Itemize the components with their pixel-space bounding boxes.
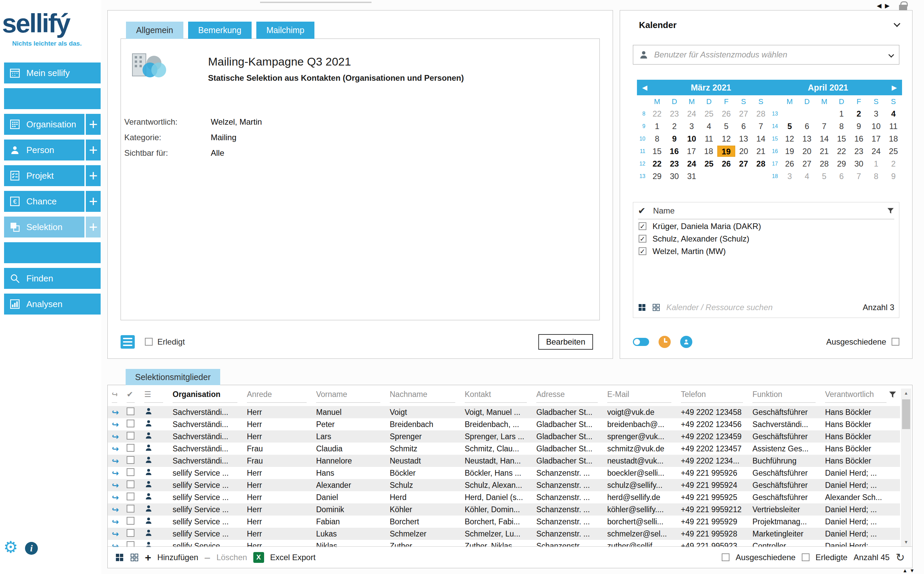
row-checkbox[interactable] xyxy=(127,456,134,464)
plus-icon[interactable]: + xyxy=(145,552,151,563)
calendar-day[interactable]: 3 xyxy=(867,108,885,119)
tab-allgemein[interactable]: Allgemein xyxy=(126,22,183,39)
open-record-icon[interactable]: ↪ xyxy=(112,432,127,442)
grid-outline-icon[interactable] xyxy=(130,553,139,562)
sidebar-add-organisation-button[interactable]: + xyxy=(86,114,101,135)
calendar-day[interactable]: 7 xyxy=(815,121,833,132)
calendar-day[interactable]: 1 xyxy=(649,121,666,132)
calendar-day[interactable]: 4 xyxy=(885,108,902,119)
calendar-day[interactable]: 6 xyxy=(798,121,815,132)
open-record-icon[interactable]: ↪ xyxy=(112,493,127,502)
ausgeschiedene-checkbox[interactable] xyxy=(722,554,729,561)
calendar-day[interactable]: 20 xyxy=(735,146,752,157)
calendar-day[interactable]: 12 xyxy=(718,133,735,144)
calendar-day[interactable]: 22 xyxy=(649,158,666,169)
calendar-day[interactable]: 24 xyxy=(683,108,700,119)
row-checkbox[interactable] xyxy=(127,493,134,500)
user-checkbox[interactable] xyxy=(639,235,646,243)
open-record-icon[interactable]: ↪ xyxy=(112,407,127,417)
calendar-day[interactable]: 16 xyxy=(666,146,683,157)
scrollbar-thumb[interactable] xyxy=(902,399,910,429)
calendar-day[interactable]: 3 xyxy=(683,121,700,132)
calendar-day[interactable]: 23 xyxy=(666,108,683,119)
calendar-day[interactable]: 5 xyxy=(718,121,735,132)
calendar-day[interactable]: 9 xyxy=(850,121,867,132)
excel-export-button[interactable]: Excel Export xyxy=(270,553,316,562)
grid-outline-icon[interactable] xyxy=(652,303,660,312)
row-checkbox[interactable] xyxy=(127,432,134,440)
sidebar-add-projekt-button[interactable]: + xyxy=(86,165,101,186)
info-icon[interactable]: i xyxy=(25,542,38,555)
calendar-day[interactable]: 27 xyxy=(798,158,815,169)
row-checkbox[interactable] xyxy=(127,517,134,525)
calendar-day[interactable]: 1 xyxy=(833,108,850,119)
calendar-day[interactable]: 1 xyxy=(867,158,885,169)
calendar-search-input[interactable]: Kalender / Ressource suchen xyxy=(666,303,857,312)
calendar-day[interactable]: 26 xyxy=(718,158,735,169)
sidebar-item-chance[interactable]: €Chance xyxy=(4,191,84,212)
open-record-icon[interactable]: ↪ xyxy=(112,468,127,478)
grid-filled-icon[interactable] xyxy=(115,553,124,562)
calendar-prev-icon[interactable]: ◀ xyxy=(637,84,652,91)
table-row[interactable]: ↪Sachverständi...HerrLarsSprengerSprenge… xyxy=(108,430,900,443)
table-row[interactable]: ↪sellify Service ...HerrFabianBorchertBo… xyxy=(108,516,900,528)
open-record-icon[interactable]: ↪ xyxy=(112,419,127,429)
table-row[interactable]: ↪sellify Service ...HerrDominikKöhlerKöh… xyxy=(108,503,900,516)
calendar-day[interactable]: 8 xyxy=(867,170,885,182)
calendar-day[interactable]: 9 xyxy=(885,170,902,182)
sidebar-add-chance-button[interactable]: + xyxy=(86,191,101,212)
table-row[interactable]: ↪sellify Service ...HerrAlexanderSchulzS… xyxy=(108,479,900,491)
calendar-user-row[interactable]: Krüger, Daniela Maria (DAKR) xyxy=(633,220,899,232)
calendar-day[interactable]: 22 xyxy=(833,146,850,157)
calendar-day[interactable]: 18 xyxy=(885,133,902,144)
calendar-day[interactable]: 6 xyxy=(735,121,752,132)
calendar-day[interactable]: 31 xyxy=(683,170,700,182)
column-header-anrede[interactable]: Anrede xyxy=(247,388,316,403)
ausgeschiedene-checkbox[interactable] xyxy=(892,338,899,345)
column-header-adresse[interactable]: Adresse xyxy=(536,388,607,403)
calendar-day[interactable]: 2 xyxy=(666,121,683,132)
calendar-day[interactable]: 21 xyxy=(815,146,833,157)
panel-scroll-arrows[interactable]: ▲▼ xyxy=(902,568,916,573)
loeschen-button[interactable]: Löschen xyxy=(216,553,247,562)
sidebar-item-analysen[interactable]: Analysen xyxy=(4,293,101,315)
sidebar-item-person[interactable]: Person xyxy=(4,140,84,161)
calendar-day[interactable]: 30 xyxy=(850,158,867,169)
calendar-day[interactable]: 24 xyxy=(867,146,885,157)
calendar-day[interactable]: 26 xyxy=(781,158,798,169)
user-checkbox[interactable] xyxy=(639,222,646,230)
calendar-day[interactable]: 23 xyxy=(850,146,867,157)
erledigt-checkbox[interactable] xyxy=(145,338,153,345)
open-record-icon[interactable]: ↪ xyxy=(112,529,127,539)
calendar-day[interactable]: 6 xyxy=(833,170,850,182)
calendar-day[interactable]: 25 xyxy=(885,146,902,157)
row-checkbox[interactable] xyxy=(127,468,134,476)
column-header-organisation[interactable]: Organisation xyxy=(173,388,247,403)
calendar-day[interactable]: 10 xyxy=(683,133,700,144)
table-scrollbar[interactable]: ▲ ▼ xyxy=(901,388,911,547)
calendar-day[interactable]: 2 xyxy=(850,108,867,119)
calendar-day[interactable]: 2 xyxy=(885,158,902,169)
sidebar-item-finden[interactable]: Finden xyxy=(4,268,101,289)
contact-icon[interactable] xyxy=(680,336,692,348)
calendar-day[interactable]: 11 xyxy=(700,133,718,144)
calendar-day[interactable]: 17 xyxy=(867,133,885,144)
excel-icon[interactable]: X xyxy=(253,552,264,563)
table-row[interactable]: ↪sellify Service ...HerrHansBöcklerBöckl… xyxy=(108,467,900,479)
calendar-day[interactable]: 15 xyxy=(833,133,850,144)
calendar-day[interactable]: 19 xyxy=(781,146,798,157)
table-row[interactable]: ↪Sachverständi...HerrManuelVoigtVoigt, M… xyxy=(108,406,900,418)
calendar-day[interactable]: 18 xyxy=(700,146,717,157)
user-checkbox[interactable] xyxy=(639,247,646,255)
calendar-day[interactable]: 13 xyxy=(735,133,752,144)
calendar-day[interactable]: 9 xyxy=(666,133,683,144)
calendar-day[interactable]: 10 xyxy=(867,121,885,132)
calendar-user-row[interactable]: Schulz, Alexander (Schulz) xyxy=(633,232,899,245)
column-header-kontakt[interactable]: Kontakt xyxy=(465,388,536,403)
calendar-day[interactable]: 4 xyxy=(798,170,815,182)
table-row[interactable]: ↪Sachverständi...HerrPeterBreidenbachBre… xyxy=(108,418,900,430)
tab-selektionsmitglieder[interactable]: Selektionsmitglieder xyxy=(126,369,220,385)
bearbeiten-button[interactable]: Bearbeiten xyxy=(538,334,593,350)
hinzufuegen-button[interactable]: Hinzufügen xyxy=(157,553,198,562)
row-checkbox[interactable] xyxy=(127,407,134,415)
